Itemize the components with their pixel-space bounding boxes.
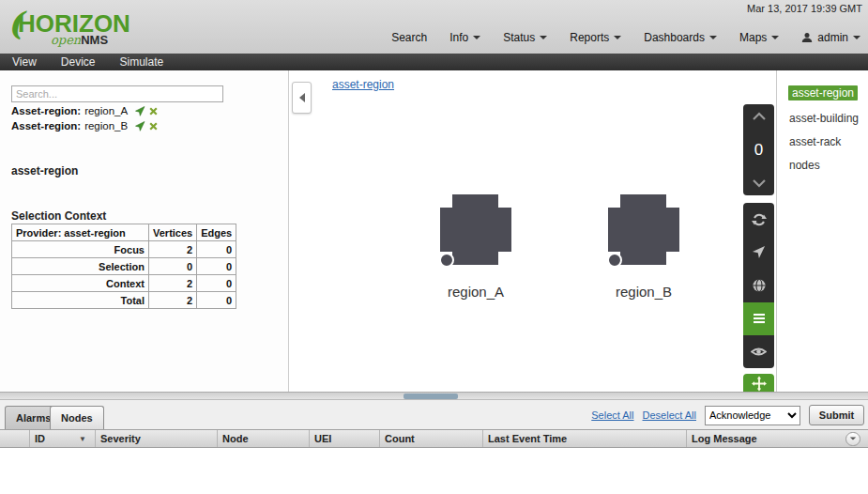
collapse-sidebar-button[interactable] bbox=[292, 82, 312, 114]
table-row: Focus 2 0 bbox=[12, 241, 236, 258]
topology-toolbar bbox=[743, 203, 774, 368]
col-vertices: Vertices bbox=[149, 224, 197, 241]
browser-tabs: Alarms Nodes Select All Deselect All Ack… bbox=[0, 400, 868, 429]
deselect-all-link[interactable]: Deselect All bbox=[643, 409, 696, 421]
layer-menu-button[interactable] bbox=[743, 302, 774, 335]
focus-sidebar: Asset-region: region_A Asset-region: reg… bbox=[0, 70, 289, 392]
menu-simulate[interactable]: Simulate bbox=[107, 55, 175, 69]
caret-down-icon bbox=[771, 36, 779, 39]
szl-value: 0 bbox=[754, 141, 763, 160]
nav-reports[interactable]: Reports bbox=[570, 31, 621, 44]
selection-context-title: Selection Context bbox=[11, 209, 106, 223]
region-icon bbox=[439, 193, 512, 269]
move-arrows-icon bbox=[752, 376, 767, 392]
selection-context-table: Provider: asset-region Vertices Edges Fo… bbox=[11, 224, 236, 309]
column-chooser-button[interactable] bbox=[845, 432, 860, 446]
column-uei[interactable]: UEI bbox=[310, 430, 380, 447]
layer-item-asset-region[interactable]: asset-region bbox=[788, 85, 858, 100]
vertex-label: region_A bbox=[424, 284, 527, 300]
pan-mode-button[interactable] bbox=[743, 374, 774, 392]
vertex-region-b[interactable]: region_B bbox=[592, 193, 695, 300]
logo-subtitle: openNMS bbox=[51, 33, 108, 47]
col-edges: Edges bbox=[197, 224, 236, 241]
globe-icon bbox=[752, 278, 767, 293]
col-provider: Provider: asset-region bbox=[12, 224, 149, 241]
horizontal-scrollbar[interactable] bbox=[0, 392, 868, 400]
alarm-browser-panel: Alarms Nodes Select All Deselect All Ack… bbox=[0, 392, 868, 494]
sort-desc-icon: ▼ bbox=[79, 435, 86, 443]
checkbox-column-header[interactable] bbox=[0, 430, 30, 447]
refresh-icon bbox=[752, 212, 767, 227]
refresh-button[interactable] bbox=[743, 203, 774, 236]
column-severity[interactable]: Severity bbox=[96, 430, 218, 447]
column-last-event-time[interactable]: Last Event Time bbox=[483, 430, 687, 447]
chevron-up-icon[interactable] bbox=[752, 112, 767, 121]
topology-canvas[interactable]: asset-region region_A region_B bbox=[290, 70, 776, 392]
layer-item-nodes[interactable]: nodes bbox=[789, 159, 820, 172]
nav-maps[interactable]: Maps bbox=[739, 31, 779, 44]
table-row: Context 2 0 bbox=[12, 275, 236, 292]
menu-view[interactable]: View bbox=[0, 55, 49, 69]
navigate-to-icon[interactable] bbox=[135, 121, 145, 131]
remove-focus-icon[interactable] bbox=[149, 122, 158, 131]
vertex-region-a[interactable]: region_A bbox=[424, 193, 527, 300]
caret-down-icon bbox=[614, 36, 621, 39]
nav-search[interactable]: Search bbox=[391, 31, 427, 44]
chevron-left-icon bbox=[298, 92, 306, 103]
alarm-table-header: ID ▼ Severity Node UEI Count Last Event … bbox=[0, 429, 868, 448]
topology-menubar: View Device Simulate bbox=[0, 54, 868, 70]
table-row: Selection 0 0 bbox=[12, 258, 236, 275]
submit-button[interactable]: Submit bbox=[809, 405, 864, 425]
current-datetime: Mar 13, 2017 19:39 GMT bbox=[747, 3, 862, 14]
column-node[interactable]: Node bbox=[218, 430, 310, 447]
layer-item-asset-rack[interactable]: asset-rack bbox=[789, 135, 841, 148]
content-area: Asset-region: region_A Asset-region: reg… bbox=[0, 70, 868, 392]
breadcrumb[interactable]: asset-region bbox=[332, 78, 394, 91]
table-header-row: Provider: asset-region Vertices Edges bbox=[12, 224, 236, 241]
navigate-to-icon[interactable] bbox=[135, 106, 145, 116]
region-icon bbox=[607, 193, 680, 269]
opennms-logo: ( HORIZON openNMS bbox=[8, 2, 129, 51]
menu-device[interactable]: Device bbox=[49, 55, 108, 69]
column-id[interactable]: ID ▼ bbox=[30, 430, 96, 447]
layer-item-asset-building[interactable]: asset-building bbox=[789, 112, 859, 125]
column-log-message[interactable]: Log Message bbox=[687, 430, 868, 447]
focus-item-region-a: Asset-region: region_A bbox=[11, 105, 158, 116]
nav-dashboards[interactable]: Dashboards bbox=[644, 31, 717, 44]
center-on-selection-button[interactable] bbox=[743, 236, 774, 269]
select-all-link[interactable]: Select All bbox=[591, 409, 633, 421]
layer-panel: asset-region asset-building asset-rack n… bbox=[776, 70, 868, 392]
alarm-actions: Select All Deselect All Acknowledge Subm… bbox=[591, 404, 864, 426]
nav-admin[interactable]: admin bbox=[801, 31, 860, 44]
user-icon bbox=[801, 32, 813, 43]
caret-down-icon bbox=[540, 36, 547, 39]
app-header: ( HORIZON openNMS Mar 13, 2017 19:39 GMT… bbox=[0, 0, 868, 54]
show-entire-map-button[interactable] bbox=[743, 269, 774, 301]
hamburger-menu-icon bbox=[753, 313, 766, 324]
alarm-action-select[interactable]: Acknowledge bbox=[705, 406, 800, 425]
column-count[interactable]: Count bbox=[380, 430, 483, 447]
provider-label: asset-region bbox=[11, 164, 78, 178]
caret-down-icon bbox=[850, 437, 856, 440]
highlight-focus-button[interactable] bbox=[743, 335, 774, 368]
table-row: Total 2 0 bbox=[12, 292, 236, 309]
location-arrow-icon bbox=[752, 245, 766, 259]
semantic-zoom-control: 0 bbox=[743, 104, 774, 195]
chevron-down-icon[interactable] bbox=[752, 178, 767, 188]
search-input[interactable] bbox=[11, 85, 223, 102]
scrollbar-thumb[interactable] bbox=[404, 394, 458, 399]
remove-focus-icon[interactable] bbox=[149, 107, 158, 116]
caret-down-icon bbox=[709, 36, 717, 39]
caret-down-icon bbox=[853, 36, 860, 39]
vertex-label: region_B bbox=[592, 284, 695, 300]
nav-info[interactable]: Info bbox=[449, 31, 480, 44]
eye-icon bbox=[751, 346, 767, 358]
tab-nodes[interactable]: Nodes bbox=[50, 406, 104, 429]
caret-down-icon bbox=[473, 36, 480, 39]
top-nav: Search Info Status Reports Dashboards Ma… bbox=[391, 31, 860, 44]
nav-status[interactable]: Status bbox=[503, 31, 547, 44]
focus-item-region-b: Asset-region: region_B bbox=[11, 120, 158, 131]
